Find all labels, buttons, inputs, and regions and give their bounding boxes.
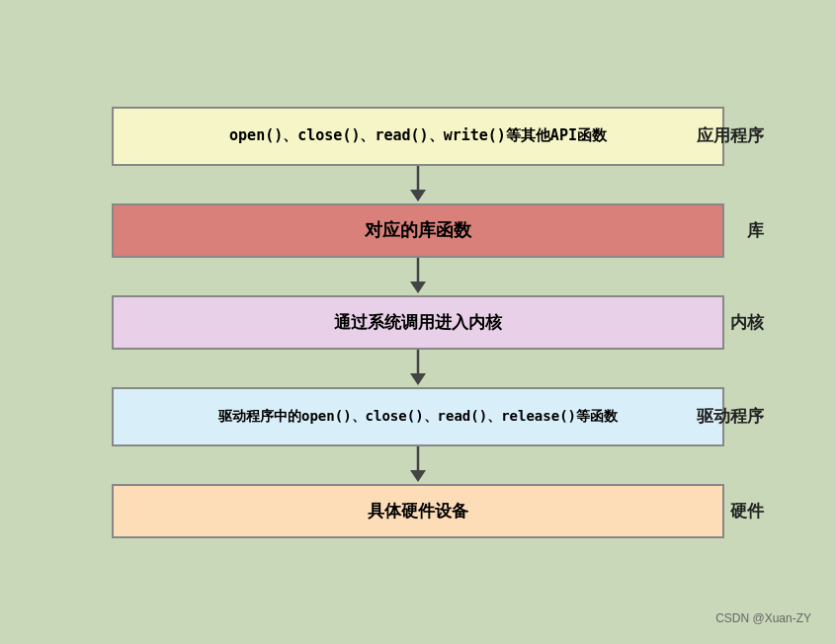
watermark: CSDN @Xuan-ZY	[715, 611, 811, 625]
arrow-3	[403, 350, 433, 387]
svg-marker-7	[410, 470, 426, 482]
box-hw-text: 具体硬件设备	[368, 500, 468, 523]
label-lib: 库	[747, 219, 764, 242]
arrow-1	[403, 166, 433, 203]
row-driver: 驱动程序中的open()、close()、read()、release()等函数…	[13, 387, 823, 446]
label-kernel: 内核	[730, 311, 764, 334]
box-app: open()、close()、read()、write()等其他API函数	[112, 107, 724, 166]
box-hw: 具体硬件设备	[112, 484, 724, 538]
diagram-container: open()、close()、read()、write()等其他API函数 应用…	[13, 11, 823, 633]
box-driver: 驱动程序中的open()、close()、read()、release()等函数	[112, 387, 724, 446]
box-kernel: 通过系统调用进入内核	[112, 295, 724, 350]
row-hw: 具体硬件设备 硬件	[13, 484, 823, 538]
box-lib-text: 对应的库函数	[365, 218, 471, 242]
label-app: 应用程序	[697, 124, 764, 147]
svg-marker-5	[410, 373, 426, 385]
svg-marker-3	[410, 282, 426, 293]
row-lib: 对应的库函数 库	[13, 203, 823, 258]
row-kernel: 通过系统调用进入内核 内核	[13, 295, 823, 350]
box-lib: 对应的库函数	[112, 203, 724, 258]
svg-marker-1	[410, 190, 426, 201]
box-kernel-text: 通过系统调用进入内核	[334, 311, 502, 334]
arrow-2	[403, 258, 433, 295]
row-app: open()、close()、read()、write()等其他API函数 应用…	[13, 107, 823, 166]
arrow-4	[403, 446, 433, 484]
label-hw: 硬件	[730, 500, 764, 523]
box-driver-text: 驱动程序中的open()、close()、read()、release()等函数	[218, 408, 618, 426]
box-app-text: open()、close()、read()、write()等其他API函数	[229, 126, 607, 145]
label-driver: 驱动程序	[697, 405, 764, 428]
